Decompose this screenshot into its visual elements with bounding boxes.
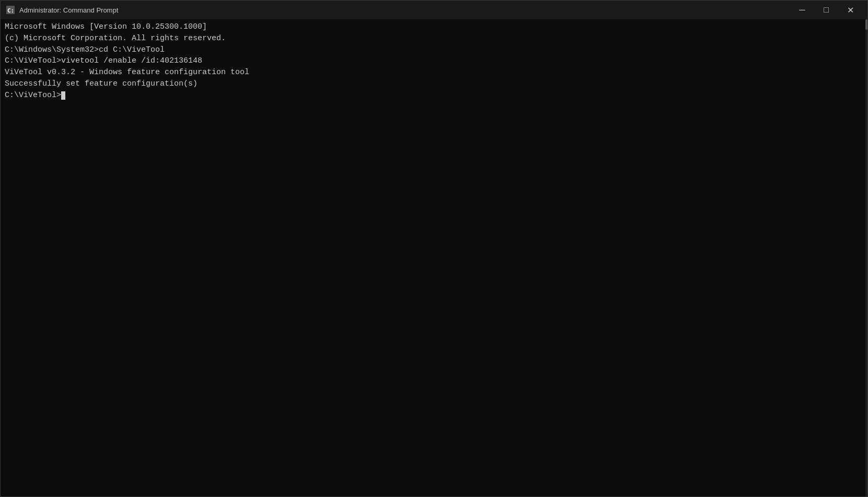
- console-line-6: C:\ViVeTool>vivetool /enable /id:4021361…: [5, 55, 863, 67]
- scrollbar-thumb[interactable]: [865, 19, 867, 30]
- close-button[interactable]: ✕: [838, 1, 862, 19]
- console-line-11: C:\ViVeTool>: [5, 90, 863, 101]
- console-line-1: Microsoft Windows [Version 10.0.25300.10…: [5, 21, 863, 33]
- window-controls: ─ □ ✕: [790, 1, 862, 19]
- cmd-icon: C:: [6, 5, 15, 15]
- maximize-button[interactable]: □: [814, 1, 838, 19]
- scrollbar[interactable]: [865, 19, 867, 496]
- console-body[interactable]: Microsoft Windows [Version 10.0.25300.10…: [1, 19, 867, 496]
- console-line-7: ViVeTool v0.3.2 - Windows feature config…: [5, 67, 863, 78]
- cursor: [61, 91, 65, 100]
- window-title: Administrator: Command Prompt: [19, 6, 790, 14]
- cmd-window: C: Administrator: Command Prompt ─ □ ✕ M…: [0, 0, 868, 497]
- console-line-9: Successfully set feature configuration(s…: [5, 78, 863, 90]
- minimize-button[interactable]: ─: [790, 1, 814, 19]
- console-line-2: (c) Microsoft Corporation. All rights re…: [5, 33, 863, 44]
- titlebar: C: Administrator: Command Prompt ─ □ ✕: [1, 1, 867, 19]
- console-output: Microsoft Windows [Version 10.0.25300.10…: [5, 21, 863, 101]
- console-line-4: C:\Windows\System32>cd C:\ViveTool: [5, 44, 863, 56]
- svg-text:C:: C:: [7, 7, 14, 14]
